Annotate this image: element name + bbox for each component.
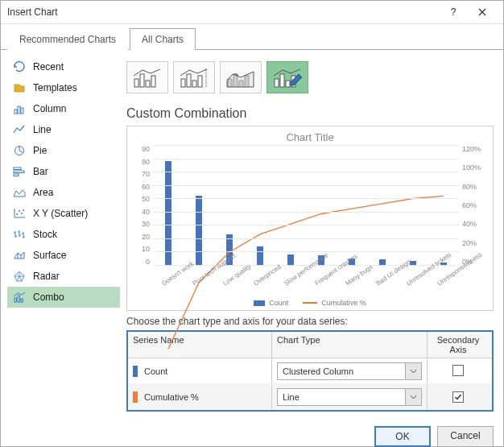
plot-area (153, 145, 459, 266)
svg-point-7 (16, 213, 18, 215)
tab-all-charts[interactable]: All Charts (130, 28, 196, 50)
sidebar-label: Combo (33, 292, 64, 303)
svg-rect-17 (151, 76, 155, 87)
sidebar-item-recent[interactable]: Recent (7, 56, 120, 77)
svg-rect-6 (14, 174, 19, 176)
scatter-icon (12, 207, 27, 220)
sidebar-label: Templates (33, 82, 77, 93)
chart-subtype-title: Custom Combination (126, 98, 494, 126)
y-axis-left: 9080706050403020100 (134, 145, 153, 266)
combo-variant-custom[interactable] (266, 61, 308, 93)
svg-point-10 (23, 209, 24, 211)
sidebar-label: Radar (33, 271, 60, 282)
svg-rect-24 (286, 81, 290, 87)
sidebar-label: Line (33, 124, 52, 135)
sidebar-item-line[interactable]: Line (7, 119, 120, 140)
combo-variant-1-icon (131, 66, 163, 89)
svg-rect-15 (140, 74, 144, 87)
sidebar-item-pie[interactable]: Pie (7, 140, 120, 161)
combo-icon (12, 291, 27, 304)
combo-variant-custom-icon (271, 66, 304, 89)
svg-rect-11 (14, 298, 17, 302)
svg-rect-2 (21, 108, 23, 114)
combo-variant-3[interactable] (220, 61, 262, 93)
sidebar-item-scatter[interactable]: X Y (Scatter) (7, 203, 120, 224)
pie-icon (12, 144, 27, 157)
svg-rect-20 (192, 81, 196, 87)
sidebar-item-surface[interactable]: Surface (7, 245, 120, 266)
sidebar-label: Surface (33, 250, 66, 261)
sidebar-item-bar[interactable]: Bar (7, 161, 120, 182)
area-icon (12, 186, 27, 199)
sidebar-label: Bar (33, 166, 48, 177)
svg-rect-14 (134, 79, 138, 87)
templates-icon (12, 81, 27, 94)
svg-rect-13 (21, 299, 23, 302)
help-button[interactable]: ? (439, 1, 468, 23)
y-axis-right: 120%100%80%60%40%20%0% (459, 145, 486, 266)
series-color-swatch (133, 391, 138, 403)
sidebar-label: Area (33, 187, 53, 198)
sidebar-item-column[interactable]: Column (7, 98, 120, 119)
bar-icon (12, 165, 27, 178)
chart-preview[interactable]: Chart Title 9080706050403020100 120%100%… (126, 126, 494, 311)
combo-variant-2-icon (178, 66, 210, 89)
combo-variant-1[interactable] (126, 61, 168, 93)
radar-icon (12, 270, 27, 283)
svg-point-9 (21, 213, 23, 214)
sidebar-label: Pie (33, 145, 47, 156)
chart-title: Chart Title (134, 131, 486, 145)
close-icon (478, 8, 486, 16)
dialog-title: Insert Chart (7, 6, 439, 18)
close-button[interactable] (468, 1, 497, 23)
svg-rect-23 (280, 74, 284, 87)
svg-rect-4 (14, 168, 21, 170)
combo-variant-2[interactable] (173, 61, 215, 93)
sidebar-item-templates[interactable]: Templates (7, 77, 120, 98)
column-icon (12, 102, 27, 115)
sidebar-item-combo[interactable]: Combo (7, 287, 120, 308)
series-color-swatch (133, 366, 138, 377)
svg-point-8 (19, 210, 20, 212)
recent-icon (12, 60, 27, 73)
tab-recommended[interactable]: Recommended Charts (7, 28, 128, 50)
svg-rect-12 (18, 296, 20, 302)
svg-rect-21 (198, 76, 202, 87)
surface-icon (12, 249, 27, 262)
sidebar-label: X Y (Scatter) (33, 208, 88, 219)
svg-rect-22 (275, 79, 279, 87)
svg-rect-18 (181, 79, 185, 87)
svg-rect-19 (187, 74, 191, 87)
svg-rect-0 (14, 110, 17, 114)
sidebar-item-stock[interactable]: Stock (7, 224, 120, 245)
sidebar-label: Recent (33, 61, 64, 72)
svg-rect-5 (14, 171, 24, 173)
sidebar-label: Column (33, 103, 66, 114)
sidebar-item-radar[interactable]: Radar (7, 266, 120, 287)
svg-rect-1 (18, 106, 20, 114)
line-icon (12, 123, 27, 136)
combo-variant-3-icon (225, 66, 257, 89)
sidebar-label: Stock (33, 229, 57, 240)
stock-icon (12, 228, 27, 241)
sidebar-item-area[interactable]: Area (7, 182, 120, 203)
svg-rect-16 (146, 81, 150, 87)
